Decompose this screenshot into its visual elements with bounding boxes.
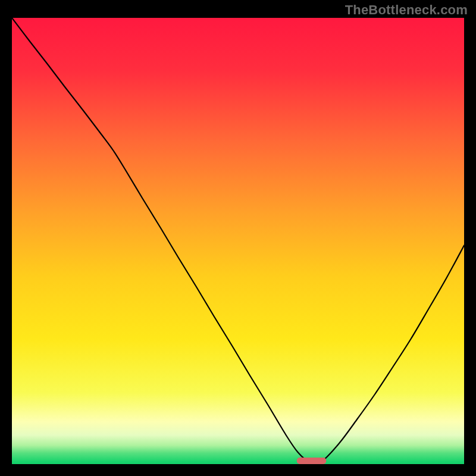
optimal-marker (297, 458, 326, 464)
watermark-text: TheBottleneck.com (345, 2, 468, 18)
chart-stage: TheBottleneck.com (0, 0, 476, 476)
plot-area (12, 18, 464, 464)
plot-svg (12, 18, 464, 464)
gradient-background (12, 18, 464, 464)
